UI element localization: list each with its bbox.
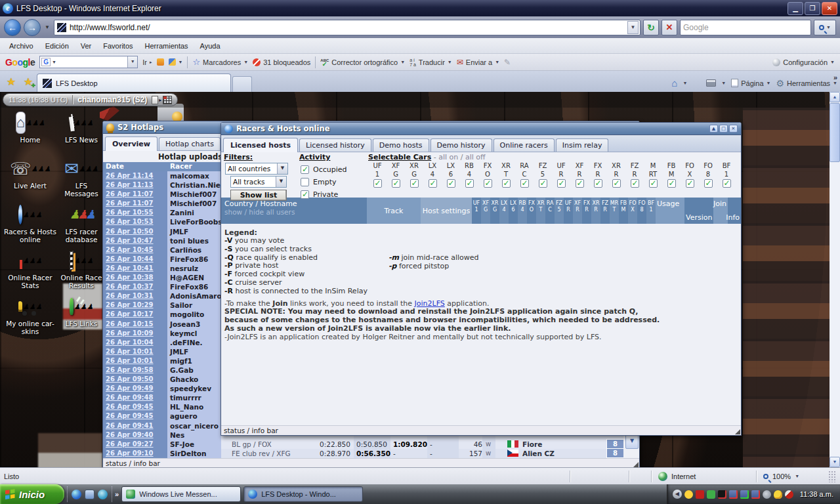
home-icon[interactable]: ♟♟♟: [18, 112, 42, 134]
search-button[interactable]: ▼: [814, 20, 836, 35]
checkbox-icon[interactable]: [301, 165, 309, 174]
hotlap-date-link[interactable]: 26 Apr 10:01: [103, 356, 167, 366]
hotlap-date-link[interactable]: 26 Apr 10:44: [103, 255, 167, 264]
hotlap-date-link[interactable]: 26 Apr 09:49: [103, 384, 167, 393]
send-to-button[interactable]: ✉Enviar a▼: [457, 58, 499, 67]
desktop-icon-item[interactable]: ♟♟♟ Racers & Hosts online: [1, 203, 59, 249]
print-icon[interactable]: [706, 79, 716, 87]
hotlap-date-link[interactable]: 26 Apr 09:50: [103, 375, 167, 384]
hotlap-date-link[interactable]: 26 Apr 10:50: [103, 227, 167, 236]
car-checkbox[interactable]: [373, 179, 382, 188]
page-scrollbar[interactable]: ▲ ▼: [830, 92, 840, 467]
hotlap-date-link[interactable]: 26 Apr 10:55: [103, 208, 167, 217]
presence-icon[interactable]: [707, 490, 715, 499]
wireless-network-icon[interactable]: [740, 490, 749, 499]
racers-hosts-icon[interactable]: ♟♟♟: [18, 203, 42, 226]
desktop-icon-item[interactable]: ♟♟♟ LFS Links: [59, 295, 104, 341]
desktop-icon-item[interactable]: ♟♟♟ Online Racer Stats: [1, 249, 59, 295]
column-usage[interactable]: Usage: [656, 198, 684, 224]
back-button[interactable]: ←: [4, 19, 21, 36]
car-skins-icon[interactable]: ♟♟♟: [18, 295, 42, 318]
favorites-button[interactable]: ★: [3, 73, 20, 90]
tweety-icon[interactable]: [774, 490, 782, 499]
spellcheck-button[interactable]: ABC✓Corrector ortográfico▼: [320, 58, 405, 66]
scrollbar-thumb[interactable]: [830, 103, 840, 162]
race-results-icon[interactable]: ♟♟♟: [70, 249, 93, 272]
all-on-link[interactable]: all on: [438, 153, 458, 161]
refresh-button[interactable]: ↻: [643, 20, 659, 35]
bookmarks-button[interactable]: ☆Marcadores▼: [192, 57, 248, 67]
tools-menu-button[interactable]: ⚙Herramientas▼: [776, 78, 837, 89]
racers-tab[interactable]: Licensed hosts: [223, 138, 298, 152]
car-checkbox[interactable]: [631, 179, 639, 188]
hotlap-date-link[interactable]: 26 Apr 10:29: [103, 301, 167, 310]
translate-button[interactable]: a í 7 àTraducir▼: [410, 58, 452, 67]
address-input[interactable]: http://www.lfsworld.net/: [70, 23, 624, 32]
network-error-icon[interactable]: [751, 490, 760, 499]
hotlap-date-link[interactable]: 26 Apr 10:31: [103, 291, 167, 301]
country-filter-select[interactable]: All countries▼: [225, 163, 288, 175]
racers-tab[interactable]: Demo hosts: [373, 138, 429, 152]
hotlap-date-link[interactable]: 26 Apr 10:01: [103, 347, 167, 356]
window-maximize-icon[interactable]: □: [719, 125, 728, 133]
address-field[interactable]: http://www.lfsworld.net/ ▼: [54, 20, 640, 35]
network-disconnected-icon[interactable]: [729, 490, 738, 499]
racers-tab[interactable]: Licensed history: [299, 138, 371, 152]
winamp-icon[interactable]: [785, 490, 793, 499]
messages-icon[interactable]: ♟♟♟: [70, 158, 93, 180]
itunes-quicklaunch-icon[interactable]: [98, 490, 108, 499]
window-shade-icon[interactable]: ▲: [709, 125, 718, 133]
menu-item[interactable]: Archivo: [4, 40, 39, 52]
volume-icon[interactable]: [763, 490, 771, 499]
column-country-hostname[interactable]: Country / Hostname show / hide all users: [221, 198, 367, 224]
resize-grip[interactable]: [828, 471, 836, 482]
hotlap-date-link[interactable]: 26 Apr 10:53: [103, 217, 167, 226]
desktop-icon-item[interactable]: ♟♟♟ LFS Messages: [59, 158, 104, 203]
car-checkbox[interactable]: [392, 179, 400, 188]
activity-checkbox[interactable]: Private: [301, 190, 368, 199]
hotlap-date-link[interactable]: 26 Apr 11:14: [103, 171, 167, 180]
desktop-icon-item[interactable]: ♟♟♟ My online car-skins: [1, 295, 59, 341]
news-icon[interactable]: ♟♟♟: [70, 112, 93, 134]
home-button-icon[interactable]: ⌂: [671, 77, 677, 89]
car-checkbox[interactable]: [502, 179, 511, 188]
hotlap-date-link[interactable]: 26 Apr 10:04: [103, 338, 167, 347]
column-info[interactable]: Info: [728, 198, 741, 224]
recent-pages-dropdown[interactable]: ▼: [43, 24, 51, 30]
car-checkbox[interactable]: [465, 179, 474, 188]
racer-stats-icon[interactable]: ♟♟♟: [18, 249, 42, 272]
logout-icon[interactable]: [152, 96, 158, 104]
show-list-button[interactable]: Show list: [230, 190, 287, 201]
column-track[interactable]: Track: [367, 198, 421, 224]
hotlap-date-link[interactable]: 26 Apr 10:15: [103, 320, 167, 329]
all-off-link[interactable]: all off: [465, 153, 486, 161]
hotlap-date-link[interactable]: 26 Apr 10:41: [103, 264, 167, 273]
google-news-icon[interactable]: [157, 58, 164, 66]
stop-button[interactable]: ✕: [662, 20, 677, 35]
car-checkbox[interactable]: [686, 179, 694, 188]
scroll-down-icon[interactable]: ▼: [830, 457, 840, 467]
scroll-up-icon[interactable]: ▲: [830, 92, 840, 102]
google-addons-button[interactable]: ▼: [169, 58, 183, 66]
hotlap-date-link[interactable]: 26 Apr 09:45: [103, 411, 167, 421]
google-go-button[interactable]: Ir▸: [142, 58, 152, 66]
hotlap-date-link[interactable]: 26 Apr 09:45: [103, 402, 167, 411]
car-checkbox[interactable]: [612, 179, 621, 188]
racers-tab[interactable]: Demo history: [430, 138, 492, 152]
tray-chevron-icon[interactable]: ◀: [673, 490, 682, 499]
hotlap-date-link[interactable]: 26 Apr 09:27: [103, 440, 167, 449]
zoom-control[interactable]: 100%▼: [756, 471, 828, 482]
join2lfs-link[interactable]: Join2LFS: [415, 299, 445, 308]
hotlap-date-link[interactable]: 26 Apr 09:48: [103, 393, 167, 402]
desktop-icon-item[interactable]: ♟♟♟ LFS News: [59, 112, 104, 158]
track-filter-select[interactable]: All tracks▼: [230, 176, 287, 188]
live-alert-icon[interactable]: ♟♟♟: [18, 158, 42, 180]
desktop-icon-item[interactable]: ♟♟♟ Home: [1, 112, 59, 158]
kaspersky-icon[interactable]: [718, 490, 726, 499]
forward-button[interactable]: →: [24, 19, 41, 36]
hotlap-date-link[interactable]: 26 Apr 09:41: [103, 421, 167, 430]
hotlap-date-link[interactable]: 26 Apr 10:37: [103, 282, 167, 291]
ati-icon[interactable]: [696, 490, 704, 499]
start-button[interactable]: Inicio: [0, 484, 64, 504]
mail-quicklaunch-icon[interactable]: [85, 490, 94, 499]
